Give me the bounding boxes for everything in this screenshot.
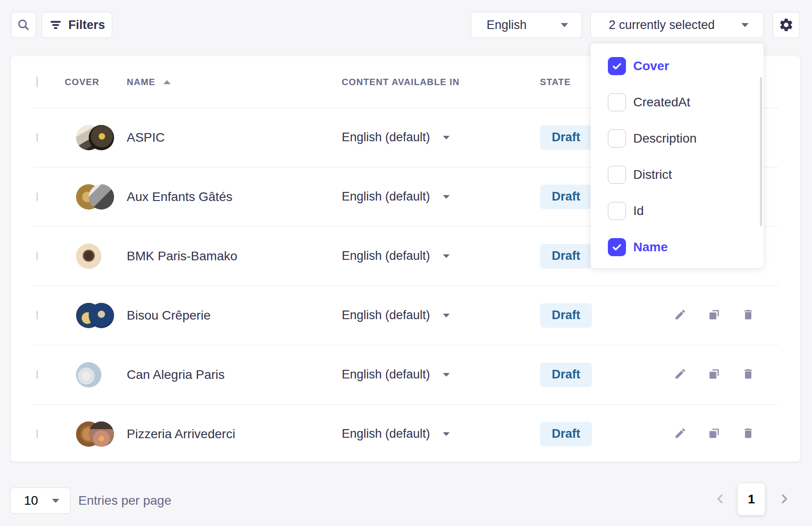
search-icon (17, 18, 30, 32)
row-locale-dropdown[interactable]: English (default) (342, 130, 540, 144)
row-checkbox[interactable] (37, 370, 38, 379)
cover-avatar (76, 362, 101, 387)
pencil-icon (674, 368, 687, 382)
cover-avatar (89, 184, 114, 210)
checkbox-icon[interactable] (608, 93, 626, 111)
column-header-name[interactable]: NAME (127, 77, 155, 87)
table-row[interactable]: Can Alegria Paris English (default) Draf… (11, 345, 800, 404)
column-option-cover[interactable]: Cover (591, 48, 764, 84)
copy-icon (708, 368, 721, 382)
chevron-down-icon (561, 23, 568, 27)
table-row[interactable]: Bisou Crêperie English (default) Draft (11, 286, 800, 345)
duplicate-button[interactable] (707, 427, 721, 441)
chevron-down-icon (443, 254, 450, 258)
chevron-down-icon (443, 195, 450, 198)
state-badge: Draft (540, 125, 592, 150)
row-locale-dropdown[interactable]: English (default) (342, 368, 540, 382)
row-checkbox[interactable] (37, 252, 38, 260)
duplicate-button[interactable] (707, 309, 721, 322)
settings-button[interactable] (773, 12, 800, 38)
page-size-select[interactable]: 10 (10, 488, 71, 514)
delete-button[interactable] (741, 309, 755, 322)
dropdown-scrollbar[interactable] (760, 77, 762, 226)
row-locale-dropdown[interactable]: English (default) (342, 190, 540, 204)
pencil-icon (674, 427, 687, 441)
checkbox-icon[interactable] (608, 166, 626, 184)
columns-select[interactable]: 2 currently selected (590, 12, 764, 38)
row-locale-dropdown[interactable]: English (default) (342, 308, 540, 322)
filters-label: Filters (68, 18, 105, 32)
columns-select-value: 2 currently selected (609, 18, 715, 32)
state-badge: Draft (540, 303, 592, 328)
pagination-previous-button[interactable] (713, 492, 727, 507)
chevron-down-icon (443, 373, 450, 376)
row-name: BMK Paris-Bamako (127, 249, 342, 263)
locale-select-value: English (487, 18, 527, 32)
column-option-district[interactable]: District (591, 157, 764, 193)
chevron-down-icon (443, 135, 450, 139)
row-locale-dropdown[interactable]: English (default) (342, 427, 540, 441)
checkbox-icon[interactable] (608, 202, 626, 220)
pagination-next-button[interactable] (778, 492, 791, 507)
state-badge: Draft (540, 185, 592, 209)
trash-icon (742, 308, 755, 322)
cover-avatar (76, 244, 101, 269)
row-name: ASPIC (127, 130, 342, 145)
trash-icon (742, 368, 755, 382)
table-row[interactable]: Pizzeria Arrivederci English (default) D… (11, 404, 800, 464)
column-option-description[interactable]: Description (591, 120, 764, 157)
duplicate-button[interactable] (707, 368, 721, 382)
row-checkbox[interactable] (37, 311, 38, 320)
entries-per-page-label: Entries per page (78, 488, 171, 514)
page-size-value: 10 (24, 493, 38, 508)
trash-icon (742, 427, 755, 441)
state-badge: Draft (540, 422, 592, 446)
cover-avatar (89, 421, 114, 447)
sort-ascending-icon (163, 80, 171, 84)
column-header-cover[interactable]: COVER (52, 77, 127, 87)
search-button[interactable] (11, 12, 36, 38)
delete-button[interactable] (741, 368, 755, 382)
chevron-left-icon (713, 500, 727, 507)
chevron-down-icon (52, 499, 59, 503)
gear-icon (779, 17, 794, 33)
select-all-checkbox[interactable] (37, 77, 38, 87)
column-picker-dropdown: Cover CreatedAt Description District Id … (591, 43, 764, 268)
row-checkbox[interactable] (37, 133, 38, 142)
column-option-name[interactable]: Name (591, 229, 764, 265)
row-checkbox[interactable] (37, 192, 38, 201)
row-name: Aux Enfants Gâtés (127, 190, 342, 204)
checkbox-icon[interactable] (608, 129, 626, 148)
cover-avatar (89, 303, 114, 328)
edit-button[interactable] (673, 309, 687, 322)
copy-icon (708, 427, 721, 441)
state-badge: Draft (540, 363, 592, 387)
column-header-content[interactable]: CONTENT AVAILABLE IN (342, 77, 540, 87)
column-option-createdat[interactable]: CreatedAt (591, 84, 764, 120)
chevron-right-icon (778, 500, 791, 507)
column-option-id[interactable]: Id (591, 193, 764, 229)
filters-button[interactable]: Filters (42, 12, 112, 38)
chevron-down-icon (741, 23, 749, 27)
filter-icon (49, 18, 62, 32)
cover-avatar (89, 125, 114, 150)
edit-button[interactable] (673, 427, 687, 441)
chevron-down-icon (443, 432, 450, 435)
checkbox-checked-icon[interactable] (608, 238, 626, 256)
delete-button[interactable] (741, 427, 755, 441)
edit-button[interactable] (673, 368, 687, 382)
pencil-icon (674, 308, 687, 322)
row-name: Pizzeria Arrivederci (127, 427, 342, 441)
checkbox-checked-icon[interactable] (608, 57, 626, 75)
copy-icon (708, 308, 721, 322)
chevron-down-icon (443, 313, 450, 317)
row-name: Bisou Crêperie (127, 308, 342, 323)
locale-select[interactable]: English (471, 12, 582, 38)
pagination-page-1-button[interactable]: 1 (738, 483, 765, 515)
row-name: Can Alegria Paris (127, 368, 342, 382)
row-locale-dropdown[interactable]: English (default) (342, 249, 540, 263)
state-badge: Draft (540, 244, 592, 268)
row-checkbox[interactable] (37, 430, 38, 438)
